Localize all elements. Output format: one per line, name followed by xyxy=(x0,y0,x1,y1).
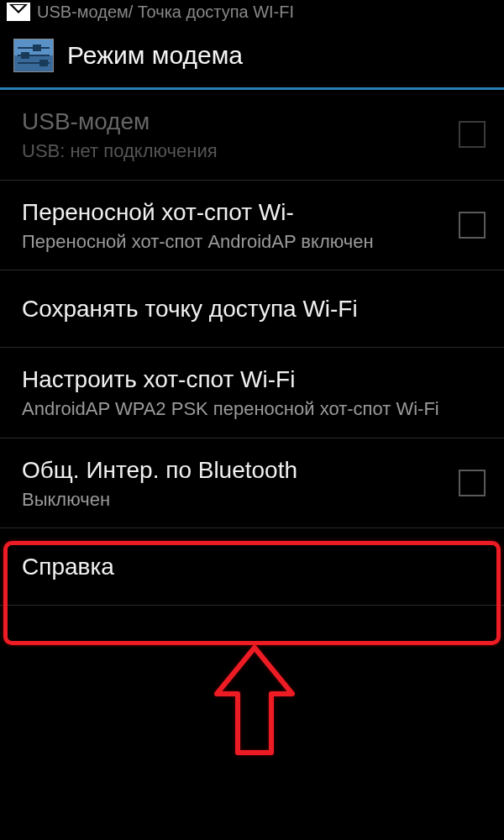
item-title: Справка xyxy=(22,552,486,581)
item-title: USB-модем xyxy=(22,107,444,136)
item-subtitle: Выключен xyxy=(22,488,444,512)
item-title: Общ. Интер. по Bluetooth xyxy=(22,455,444,485)
item-subtitle: AndroidAP WPA2 PSK переносной хот-спот W… xyxy=(22,397,486,421)
page-title: Режим модема xyxy=(67,41,243,70)
list-item-portable-hotspot[interactable]: Переносной хот-спот Wi- Переносной хот-с… xyxy=(0,181,504,271)
item-title: Настроить хот-спот Wi-Fi xyxy=(22,365,486,394)
item-subtitle: Переносной хот-спот AndroidAP включен xyxy=(22,230,444,254)
list-item-help[interactable]: Справка xyxy=(0,528,504,606)
item-title: Переносной хот-спот Wi- xyxy=(22,197,444,227)
list-item-bluetooth-tethering[interactable]: Общ. Интер. по Bluetooth Выключен xyxy=(0,438,504,529)
header: Режим модема xyxy=(0,24,504,90)
status-partial-text: USB-модем/ Точка доступа WI-FI xyxy=(37,3,294,22)
checkbox-portable-hotspot[interactable] xyxy=(459,212,486,239)
list-item-usb-modem[interactable]: USB-модем USB: нет подключения xyxy=(0,90,504,181)
item-subtitle: USB: нет подключения xyxy=(22,139,444,163)
item-title: Сохранять точку доступа Wi-Fi xyxy=(22,294,486,323)
list-item-save-hotspot[interactable]: Сохранять точку доступа Wi-Fi xyxy=(0,270,504,348)
settings-list: USB-модем USB: нет подключения Переносно… xyxy=(0,90,504,606)
checkbox-bluetooth-tethering[interactable] xyxy=(459,470,486,496)
settings-sliders-icon xyxy=(13,39,54,72)
checkbox-usb-modem[interactable] xyxy=(459,121,486,148)
list-item-configure-hotspot[interactable]: Настроить хот-спот Wi-Fi AndroidAP WPA2 … xyxy=(0,348,504,438)
annotation-arrow-icon xyxy=(208,643,301,764)
status-bar: USB-модем/ Точка доступа WI-FI xyxy=(0,0,504,24)
wifi-icon xyxy=(7,3,30,21)
